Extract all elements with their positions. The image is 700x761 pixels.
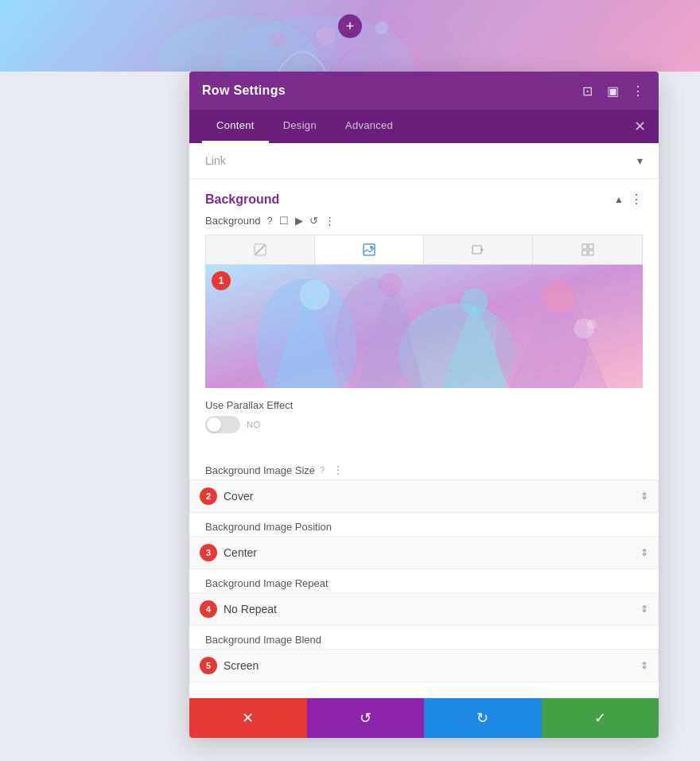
bg-type-image[interactable] xyxy=(315,235,424,264)
cursor-icon[interactable]: ▶ xyxy=(295,215,303,227)
svg-rect-17 xyxy=(582,250,587,255)
svg-rect-13 xyxy=(472,246,481,254)
background-toolbar: Background ? ☐ ▶ ↺ ⋮ xyxy=(205,215,643,227)
undo-icon[interactable]: ↺ xyxy=(309,215,318,227)
background-image-preview xyxy=(205,265,643,388)
step-5-badge: 5 xyxy=(200,657,217,674)
panel-title: Row Settings xyxy=(202,83,286,98)
svg-line-6 xyxy=(255,245,265,254)
save-button[interactable]: ✓ xyxy=(542,698,659,738)
image-repeat-arrow-icon: ⇕ xyxy=(640,604,648,615)
image-blend-value: Screen xyxy=(224,650,640,681)
panel-close-button[interactable]: ✕ xyxy=(634,110,646,143)
svg-rect-18 xyxy=(589,250,593,255)
image-size-label-row: Background Image Size ? ⋮ xyxy=(189,456,659,480)
image-repeat-label: Background Image Repeat xyxy=(205,577,329,589)
image-preview-container[interactable]: 1 xyxy=(205,265,643,388)
toggle-knob xyxy=(207,417,221,432)
svg-point-3 xyxy=(317,26,336,45)
image-blend-arrow-icon: ⇕ xyxy=(640,660,648,671)
tab-advanced[interactable]: Advanced xyxy=(331,110,407,143)
bottom-spacer xyxy=(189,682,659,698)
action-bar: ✕ ↺ ↻ ✓ xyxy=(189,698,659,738)
image-repeat-label-row: Background Image Repeat xyxy=(189,569,659,592)
svg-marker-14 xyxy=(481,248,484,252)
reset-button[interactable]: ↺ xyxy=(307,698,425,738)
svg-rect-16 xyxy=(589,244,593,249)
image-blend-label: Background Image Blend xyxy=(205,634,321,646)
step-2-badge: 2 xyxy=(200,487,217,505)
no-bg-icon xyxy=(254,243,266,256)
fullscreen-icon[interactable]: ⊡ xyxy=(579,83,595,99)
svg-point-24 xyxy=(299,280,329,310)
background-toolbar-label: Background xyxy=(205,215,260,227)
svg-point-12 xyxy=(370,246,373,249)
parallax-toggle[interactable] xyxy=(205,416,240,433)
image-size-arrow-icon: ⇕ xyxy=(640,491,648,502)
step-4-badge: 4 xyxy=(200,600,217,618)
svg-line-10 xyxy=(367,250,370,252)
image-size-label: Background Image Size xyxy=(205,464,315,476)
section-options-icon[interactable]: ⋮ xyxy=(630,192,643,207)
background-section: Background ▲ ⋮ Background ? ☐ ▶ ↺ ⋮ xyxy=(189,179,659,388)
background-type-tabs xyxy=(205,235,643,265)
link-label: Link xyxy=(205,154,226,167)
panel-body: Link ▾ Background ▲ ⋮ Background ? ☐ ▶ ↺… xyxy=(189,143,659,698)
image-position-label: Background Image Position xyxy=(205,521,332,533)
section-header-right: ▲ ⋮ xyxy=(614,192,643,207)
image-blend-label-row: Background Image Blend xyxy=(189,626,659,649)
add-row-button[interactable]: + xyxy=(338,14,362,38)
help-icon[interactable]: ? xyxy=(266,215,272,227)
image-size-value: Cover xyxy=(224,480,640,512)
image-position-label-row: Background Image Position xyxy=(189,513,659,536)
svg-point-29 xyxy=(587,320,597,330)
svg-point-27 xyxy=(542,280,575,313)
layout-icon[interactable]: ▣ xyxy=(605,83,620,99)
redo-button[interactable]: ↻ xyxy=(424,698,542,738)
toolbar-more-icon[interactable]: ⋮ xyxy=(325,215,335,227)
more-icon[interactable]: ⋮ xyxy=(630,83,646,99)
panel-header: Row Settings ⊡ ▣ ⋮ xyxy=(189,72,659,110)
image-repeat-select[interactable]: 4 No Repeat ⇕ xyxy=(189,592,659,626)
image-bg-icon xyxy=(363,243,375,256)
bg-type-pattern[interactable] xyxy=(533,235,642,264)
parallax-toggle-label: NO xyxy=(247,420,261,429)
bg-type-none[interactable] xyxy=(206,235,315,264)
image-position-select[interactable]: 3 Center ⇕ xyxy=(189,536,659,569)
collapse-icon[interactable]: ▲ xyxy=(614,194,624,205)
tab-content[interactable]: Content xyxy=(202,110,269,143)
background-section-header: Background ▲ ⋮ xyxy=(205,192,643,207)
image-blend-select[interactable]: 5 Screen ⇕ xyxy=(189,649,659,682)
parallax-row: Use Parallax Effect NO xyxy=(205,399,643,433)
svg-point-4 xyxy=(375,21,388,34)
header-actions: ⊡ ▣ ⋮ xyxy=(579,83,646,99)
parallax-toggle-row: NO xyxy=(205,416,643,433)
svg-point-25 xyxy=(379,273,402,297)
parallax-label: Use Parallax Effect xyxy=(205,399,643,411)
device-icon[interactable]: ☐ xyxy=(279,215,289,227)
bg-type-video[interactable] xyxy=(424,235,533,264)
pattern-bg-icon xyxy=(581,243,594,256)
controls-area: Use Parallax Effect NO xyxy=(189,388,659,456)
row-settings-panel: Row Settings ⊡ ▣ ⋮ Content Design Advanc… xyxy=(189,72,659,738)
step-1-badge: 1 xyxy=(212,271,231,290)
image-size-select[interactable]: 2 Cover ⇕ xyxy=(189,480,659,513)
tab-bar: Content Design Advanced ✕ xyxy=(189,110,659,143)
link-chevron-icon: ▾ xyxy=(637,154,643,167)
image-size-dots-icon[interactable]: ⋮ xyxy=(332,464,344,476)
image-position-value: Center xyxy=(224,537,640,569)
svg-rect-8 xyxy=(364,244,375,255)
step-3-badge: 3 xyxy=(200,544,217,561)
video-bg-icon xyxy=(472,243,484,256)
cancel-button[interactable]: ✕ xyxy=(189,698,307,738)
image-position-arrow-icon: ⇕ xyxy=(640,547,648,558)
image-size-help-icon[interactable]: ? xyxy=(320,465,325,475)
background-section-title: Background xyxy=(205,192,279,207)
preview-flowers xyxy=(205,265,643,388)
link-section[interactable]: Link ▾ xyxy=(189,143,659,179)
tab-design[interactable]: Design xyxy=(269,110,331,143)
image-repeat-value: No Repeat xyxy=(224,593,640,625)
svg-point-5 xyxy=(270,32,286,48)
svg-rect-15 xyxy=(582,244,587,249)
svg-point-26 xyxy=(461,288,488,315)
